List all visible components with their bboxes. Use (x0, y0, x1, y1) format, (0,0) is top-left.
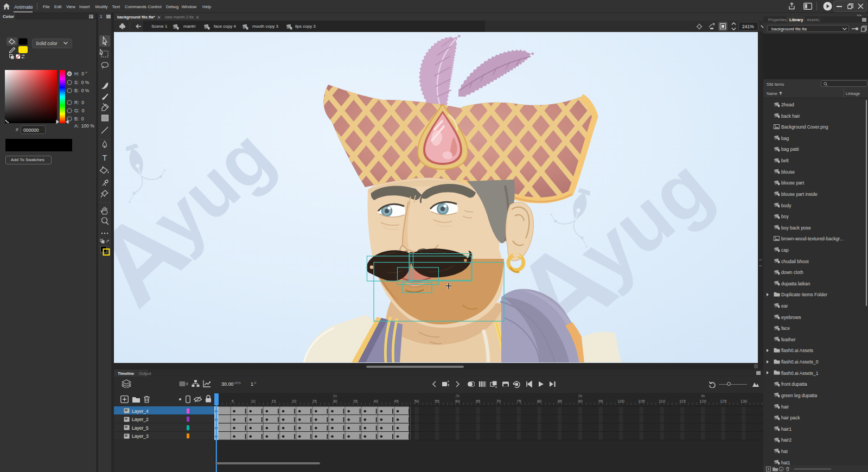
svg-text:95: 95 (598, 399, 603, 404)
svg-text:105: 105 (638, 399, 645, 404)
svg-text:35: 35 (353, 399, 358, 404)
svg-text:20: 20 (292, 399, 296, 404)
svg-text:90: 90 (578, 399, 582, 404)
svg-text:T: T (103, 154, 107, 162)
svg-text:130: 130 (741, 399, 748, 404)
svg-text:40: 40 (374, 399, 378, 404)
svg-text:5: 5 (232, 399, 234, 404)
svg-text:50: 50 (414, 399, 419, 404)
svg-text:70: 70 (496, 399, 501, 404)
svg-text:80: 80 (537, 399, 541, 404)
svg-text:15: 15 (271, 399, 276, 404)
svg-text:3s: 3s (578, 394, 583, 398)
svg-text:125: 125 (720, 399, 727, 404)
svg-text:1s: 1s (333, 394, 337, 398)
svg-text:45: 45 (394, 399, 398, 404)
svg-text:10: 10 (251, 399, 255, 404)
svg-text:2s: 2s (455, 394, 460, 398)
svg-text:55: 55 (435, 399, 439, 404)
svg-text:120: 120 (699, 399, 706, 404)
svg-text:115: 115 (679, 399, 686, 404)
svg-text:75: 75 (516, 399, 521, 404)
svg-text:60: 60 (455, 399, 459, 404)
svg-text:4s: 4s (701, 394, 705, 398)
svg-text:25: 25 (312, 399, 316, 404)
svg-text:85: 85 (558, 399, 562, 404)
svg-text:65: 65 (476, 399, 480, 404)
svg-text:110: 110 (659, 399, 665, 404)
svg-text:30: 30 (333, 399, 337, 404)
svg-text:100: 100 (618, 399, 625, 404)
